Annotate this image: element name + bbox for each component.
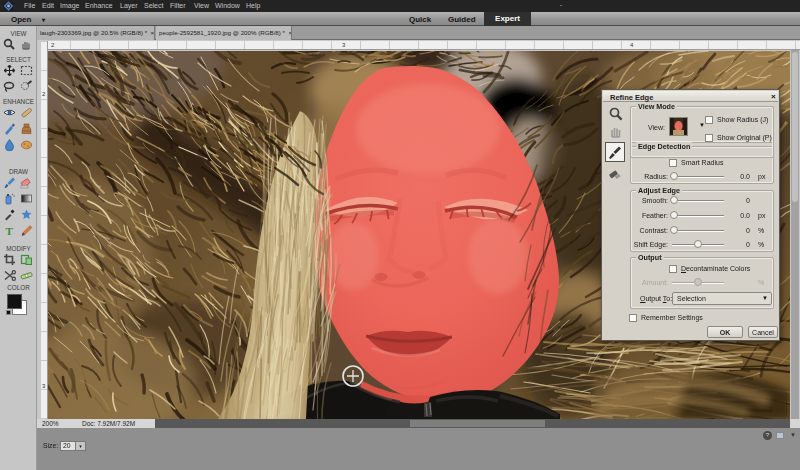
- svg-text:T: T: [6, 225, 14, 237]
